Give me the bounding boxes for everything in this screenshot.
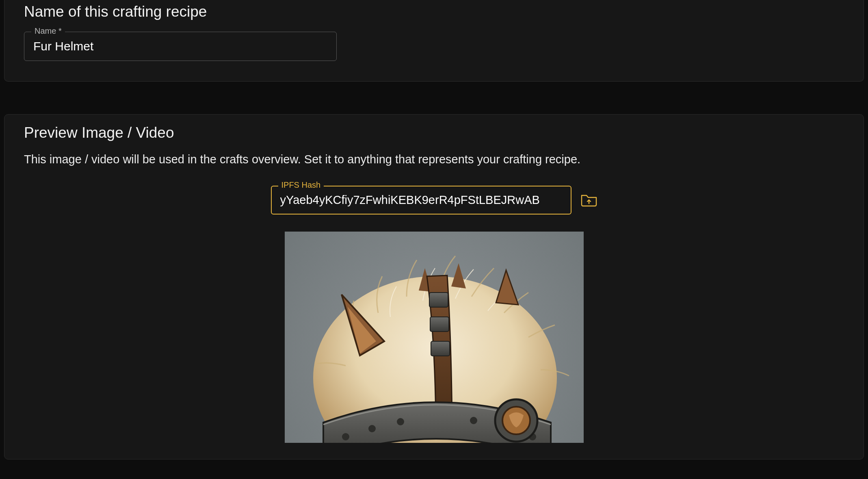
name-field-label: Name *: [31, 27, 65, 35]
ipfs-hash-input[interactable]: [271, 186, 571, 215]
upload-button[interactable]: [580, 193, 597, 208]
svg-rect-4: [431, 341, 450, 356]
upload-folder-icon: [580, 192, 597, 208]
svg-point-7: [397, 418, 404, 425]
preview-section: Preview Image / Video This image / video…: [4, 114, 864, 459]
svg-point-5: [342, 433, 349, 440]
svg-rect-3: [430, 317, 449, 332]
preview-section-title: Preview Image / Video: [24, 124, 844, 141]
name-input[interactable]: [24, 32, 337, 61]
name-field: Name *: [24, 32, 337, 61]
ipfs-row: IPFS Hash: [24, 186, 844, 215]
preview-image: [285, 232, 584, 443]
preview-image-wrap: [24, 232, 844, 443]
svg-rect-2: [429, 293, 448, 307]
name-section-title: Name of this crafting recipe: [24, 3, 844, 20]
ipfs-field-label: IPFS Hash: [278, 181, 324, 189]
preview-section-description: This image / video will be used in the c…: [24, 153, 844, 166]
svg-point-8: [470, 417, 477, 424]
name-section: Name of this crafting recipe Name *: [4, 0, 864, 82]
svg-point-6: [368, 425, 376, 432]
ipfs-field: IPFS Hash: [271, 186, 571, 215]
